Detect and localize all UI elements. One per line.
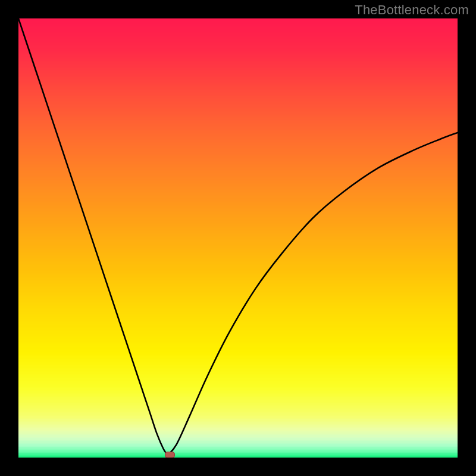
chart-frame: TheBottleneck.com xyxy=(0,0,476,476)
plot-area xyxy=(18,18,458,458)
bottleneck-curve xyxy=(18,18,458,458)
curve-right-branch xyxy=(168,133,458,455)
curve-left-branch xyxy=(18,18,168,455)
optimal-point-marker xyxy=(165,452,176,458)
watermark-text: TheBottleneck.com xyxy=(355,2,469,18)
